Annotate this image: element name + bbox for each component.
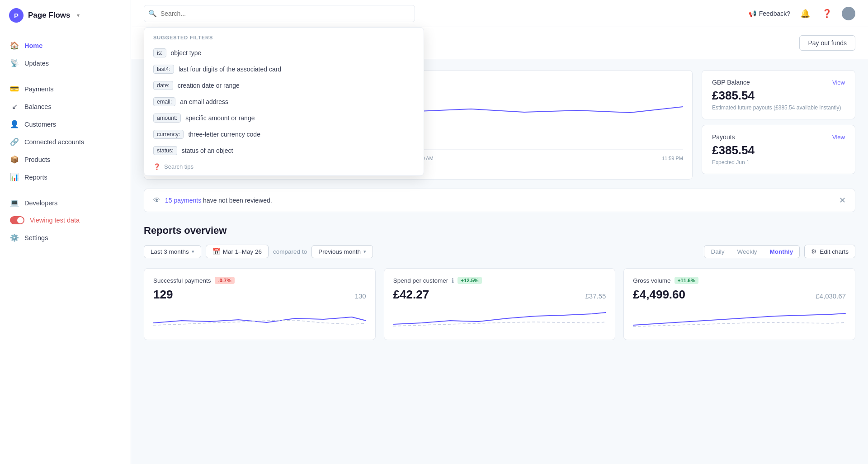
home-icon: 🏠 — [10, 41, 19, 50]
sidebar-item-testdata[interactable]: Viewing test data — [0, 212, 131, 229]
payouts-sub: Expected Jun 1 — [712, 159, 845, 166]
gbp-balance-title: GBP Balance — [712, 79, 750, 86]
megaphone-icon: 📢 — [749, 10, 756, 17]
notification-bar: 👁 15 payments have not been reviewed. ✕ — [144, 189, 855, 212]
sidebar-item-reports[interactable]: 📊 Reports — [0, 168, 131, 186]
notification-close-button[interactable]: ✕ — [839, 195, 846, 205]
search-input[interactable] — [144, 5, 415, 22]
metric-card-gross: Gross volume +11.6% £4,499.60 £4,030.67 — [623, 268, 855, 340]
help-button[interactable]: ❓ — [820, 7, 834, 20]
filter-currency[interactable]: currency: three-letter currency code — [144, 126, 424, 142]
sidebar-logo[interactable]: P Page Flows ▾ — [0, 0, 131, 31]
gbp-balance-view-link[interactable]: View — [832, 79, 845, 86]
filter-is[interactable]: is: object type — [144, 45, 424, 61]
filter-desc-amount: specific amount or range — [185, 114, 255, 122]
sidebar-item-balances[interactable]: ↙ Balances — [0, 98, 131, 115]
sidebar: P Page Flows ▾ 🏠 Home 📡 Updates 💳 Paymen… — [0, 0, 131, 464]
avatar[interactable] — [842, 7, 855, 20]
metric-badge-payments: -0.7% — [215, 277, 235, 284]
metric-main-gross: £4,499.60 — [633, 288, 685, 302]
metric-chart-spend — [393, 307, 606, 330]
search-dropdown: SUGGESTED FILTERS is: object type last4:… — [144, 27, 424, 176]
sidebar-item-settings[interactable]: ⚙️ Settings — [0, 229, 131, 246]
nav-section-dev — [0, 186, 131, 194]
customers-icon: 👤 — [10, 120, 19, 128]
sidebar-item-updates[interactable]: 📡 Updates — [0, 54, 131, 72]
sidebar-label-balances: Balances — [24, 103, 52, 110]
filter-email[interactable]: email: an email address — [144, 94, 424, 110]
payouts-view-link[interactable]: View — [832, 134, 845, 141]
metric-badge-spend: +12.5% — [458, 277, 481, 284]
balances-icon: ↙ — [10, 102, 19, 111]
sidebar-label-customers: Customers — [24, 121, 56, 128]
metric-compare-spend: £37.55 — [585, 292, 606, 300]
date-range-button[interactable]: Last 3 months ▾ — [144, 245, 201, 258]
metric-chart-payments — [153, 307, 366, 330]
sidebar-item-connected[interactable]: 🔗 Connected accounts — [0, 133, 131, 151]
header-right: 📢 Feedback? 🔔 ❓ — [749, 7, 855, 20]
sidebar-item-payments[interactable]: 💳 Payments — [0, 80, 131, 98]
sidebar-label-reports: Reports — [24, 174, 47, 181]
feedback-button[interactable]: 📢 Feedback? — [749, 10, 790, 17]
metric-badge-gross: +11.6% — [675, 277, 698, 284]
chevron-down-icon: ▾ — [192, 249, 194, 255]
notifications-button[interactable]: 🔔 — [798, 7, 812, 20]
question-circle-icon: ❓ — [153, 163, 160, 170]
gbp-balance-sub: Estimated future payouts (£385.54 availa… — [712, 104, 845, 111]
metric-compare-payments: 130 — [355, 292, 366, 300]
comparison-period-button[interactable]: Previous month ▾ — [311, 245, 373, 258]
logo-icon: P — [9, 8, 24, 23]
filter-last4[interactable]: last4: last four digits of the associate… — [144, 61, 424, 77]
filter-tag-amount: amount: — [153, 114, 181, 123]
metric-compare-gross: £4,030.67 — [816, 292, 846, 300]
metric-label-gross: Gross volume — [633, 277, 670, 284]
search-tips-link[interactable]: ❓ Search tips — [144, 159, 424, 172]
period-daily-button[interactable]: Daily — [704, 246, 731, 258]
sidebar-label-testdata: Viewing test data — [30, 217, 80, 224]
period-toggle: Daily Weekly Monthly — [704, 245, 800, 258]
sidebar-item-home[interactable]: 🏠 Home — [0, 37, 131, 54]
chart-time-right: 11:59 PM — [662, 156, 683, 161]
date-specific-button[interactable]: 📅 Mar 1–May 26 — [206, 245, 269, 258]
edit-charts-button[interactable]: ⚙ Edit charts — [804, 245, 855, 258]
updates-icon: 📡 — [10, 59, 19, 67]
payouts-title: Payouts — [712, 133, 735, 141]
filter-desc-is: object type — [171, 49, 202, 57]
notification-payments-link[interactable]: 15 payments — [165, 197, 201, 204]
sidebar-label-products: Products — [24, 156, 50, 163]
period-monthly-button[interactable]: Monthly — [763, 246, 799, 258]
filter-desc-currency: three-letter currency code — [188, 131, 260, 138]
filter-desc-status: status of an object — [182, 147, 233, 154]
filter-desc-email: an email address — [180, 98, 228, 105]
sidebar-label-connected: Connected accounts — [24, 138, 84, 146]
balance-cards: GBP Balance View £385.54 Estimated futur… — [702, 70, 855, 180]
sidebar-label-home: Home — [24, 42, 42, 49]
sidebar-item-developers[interactable]: 💻 Developers — [0, 194, 131, 212]
nav-section-payments — [0, 72, 131, 80]
pay-out-funds-button[interactable]: Pay out funds — [799, 35, 855, 51]
dropdown-title: SUGGESTED FILTERS — [144, 35, 424, 45]
filter-amount[interactable]: amount: specific amount or range — [144, 110, 424, 126]
app-name: Page Flows — [28, 11, 71, 20]
sidebar-label-updates: Updates — [24, 60, 49, 67]
metric-cards: Successful payments -0.7% 129 130 — [144, 268, 855, 340]
test-data-toggle[interactable] — [10, 216, 24, 224]
filter-tag-last4: last4: — [153, 65, 174, 74]
filter-date[interactable]: date: creation date or range — [144, 77, 424, 94]
reports-icon: 📊 — [10, 173, 19, 181]
filter-desc-last4: last four digits of the associated card — [179, 66, 281, 73]
metric-label-spend: Spend per customer — [393, 277, 448, 284]
period-weekly-button[interactable]: Weekly — [731, 246, 763, 258]
sidebar-item-products[interactable]: 📦 Products — [0, 151, 131, 168]
metric-card-spend: Spend per customer ℹ +12.5% £42.27 £37.5… — [384, 268, 616, 340]
sidebar-item-customers[interactable]: 👤 Customers — [0, 115, 131, 133]
filter-status[interactable]: status: status of an object — [144, 142, 424, 159]
info-icon: ℹ — [452, 277, 454, 284]
filter-tag-date: date: — [153, 81, 173, 90]
notification-text: have not been reviewed. — [203, 197, 272, 204]
compared-to-label: compared to — [273, 248, 307, 255]
connected-icon: 🔗 — [10, 137, 19, 146]
gear-icon: ⚙ — [811, 248, 817, 255]
gbp-balance-amount: £385.54 — [712, 89, 845, 103]
eye-icon: 👁 — [153, 196, 160, 204]
